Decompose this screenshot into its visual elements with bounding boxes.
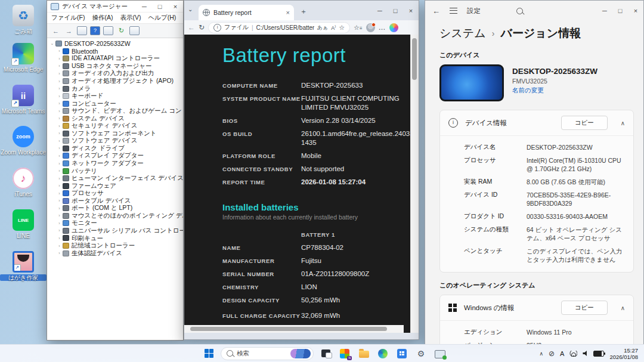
tree-chevron-icon[interactable]: ›: [57, 131, 62, 135]
collapse-chevron-icon[interactable]: ∧: [621, 305, 625, 311]
tree-item-label[interactable]: IDE ATA/ATAPI コントローラー: [72, 55, 160, 63]
tree-chevron-icon[interactable]: ›: [57, 86, 62, 91]
menu-help[interactable]: ヘルプ(H): [148, 14, 176, 22]
desktop-icon-itunes[interactable]: ♪ iTunes: [0, 168, 47, 197]
back-icon[interactable]: ←: [51, 26, 61, 36]
close-button[interactable]: ×: [403, 1, 419, 20]
menu-view[interactable]: 表示(V): [120, 14, 141, 22]
device-manager-button[interactable]: [432, 346, 448, 361]
edge-button[interactable]: [375, 346, 391, 361]
device-manager-titlebar[interactable]: デバイス マネージャー ─ □ ×: [47, 1, 183, 13]
desktop-icon-edge[interactable]: ↗ Microsoft Edge: [0, 43, 47, 73]
tree-item-label[interactable]: ポート (COM と LPT): [72, 205, 132, 212]
address-bar[interactable]: i ファイル | C:/Users/USER/battery-... あぁ A)…: [208, 22, 350, 33]
tree-item-label[interactable]: プロセッサ: [72, 190, 104, 197]
tree-chevron-icon[interactable]: ›: [57, 72, 62, 76]
tree-item-label[interactable]: マウスとそのほかのポインティング デバイス: [72, 212, 183, 220]
device-info-card-header[interactable]: i デバイス情報 コピー ∧: [440, 110, 633, 136]
desktop-icon-hagaki[interactable]: ↗ はがき作家: [0, 251, 47, 281]
scan-hardware-icon[interactable]: ↻: [116, 26, 126, 36]
nav-back-icon[interactable]: ←: [188, 23, 195, 32]
tree-chevron-icon[interactable]: ›: [57, 221, 62, 225]
tree-item-label[interactable]: ソフトウェア コンポーネント: [72, 130, 156, 138]
tree-item-label[interactable]: 生体認証デバイス: [72, 249, 122, 257]
desktop-icon-teams[interactable]: ii↗ Microsoft Teams: [0, 85, 47, 115]
maximize-button[interactable]: □: [612, 1, 628, 21]
properties-icon[interactable]: [103, 26, 113, 35]
tree-item-label[interactable]: 記憶域コントローラー: [72, 242, 135, 250]
tree-chevron-icon[interactable]: ›: [57, 116, 62, 120]
search-highlight-image[interactable]: [290, 349, 311, 358]
tree-item-label[interactable]: キーボード: [72, 92, 103, 100]
maximize-button[interactable]: □: [388, 1, 403, 20]
tree-item-label[interactable]: システム デバイス: [72, 115, 125, 122]
wifi-icon[interactable]: [569, 351, 577, 357]
console-window-icon[interactable]: [77, 26, 87, 35]
rename-device-link[interactable]: 名前の変更: [512, 86, 597, 95]
battery-tray-icon[interactable]: [593, 351, 604, 357]
minimize-button[interactable]: ─: [597, 1, 612, 21]
tree-item-label[interactable]: バッテリ: [72, 167, 97, 175]
tree-chevron-icon[interactable]: ›: [57, 139, 62, 143]
forward-icon[interactable]: →: [64, 26, 74, 36]
settings-search-icon[interactable]: [516, 8, 523, 14]
clock[interactable]: 15:27 2026/01/08: [609, 347, 638, 360]
tree-chevron-icon[interactable]: ›: [57, 57, 62, 61]
tree-item-label[interactable]: ディスプレイ アダプター: [72, 152, 144, 160]
collapse-chevron-icon[interactable]: ∧: [621, 120, 625, 126]
tree-item-label[interactable]: セキュリティ デバイス: [72, 122, 137, 130]
tree-item-label[interactable]: Bluetooth: [72, 48, 98, 55]
horizontal-scrollbar[interactable]: [184, 325, 404, 333]
tree-chevron-icon[interactable]: ›: [57, 206, 62, 211]
start-button[interactable]: [201, 346, 216, 361]
close-button[interactable]: ×: [628, 1, 643, 21]
tree-item-label[interactable]: オーディオの入力および出力: [72, 70, 154, 78]
copy-button[interactable]: コピー: [561, 301, 608, 315]
tree-chevron-icon[interactable]: ›: [57, 199, 62, 203]
speaker-icon[interactable]: [583, 351, 588, 356]
desktop-icon-line[interactable]: LINE LINE: [0, 209, 47, 239]
translate-icon[interactable]: あぁ: [317, 24, 328, 32]
horizontal-scrollbar-thumb[interactable]: [190, 327, 387, 331]
tree-item-label[interactable]: ポータブル デバイス: [72, 197, 131, 205]
read-aloud-icon[interactable]: A): [331, 24, 336, 31]
tab-close-icon[interactable]: ×: [286, 9, 290, 16]
tree-item-label[interactable]: サウンド、ビデオ、およびゲーム コントローラー: [72, 107, 183, 115]
tree-chevron-icon[interactable]: ›: [57, 79, 62, 83]
eye-off-icon[interactable]: ⊘: [549, 349, 555, 358]
store-button[interactable]: [394, 346, 410, 361]
tree-item-label[interactable]: ヒューマン インターフェイス デバイス: [72, 175, 183, 182]
settings-button[interactable]: ⚙: [413, 346, 429, 361]
menu-action[interactable]: 操作(A): [92, 14, 113, 22]
tree-item-label[interactable]: 印刷キュー: [72, 234, 103, 242]
tree-chevron-icon[interactable]: ›: [57, 169, 62, 173]
desktop-icon-recycle-bin[interactable]: ♻ ごみ箱: [0, 5, 47, 35]
tree-chevron-icon[interactable]: ›: [57, 214, 62, 218]
colorful-app-button[interactable]: N: [337, 346, 352, 361]
breadcrumb-section[interactable]: システム: [439, 26, 486, 41]
minimize-button[interactable]: ─: [372, 1, 388, 20]
desktop-icon-zoom[interactable]: zoom Zoom Workplace: [0, 126, 47, 156]
more-menu-icon[interactable]: …: [379, 23, 386, 32]
favorite-star-icon[interactable]: ☆: [339, 24, 345, 32]
menu-file[interactable]: ファイル(F): [51, 14, 85, 22]
tree-item-label[interactable]: ディスク ドライブ: [72, 145, 125, 153]
page-info-icon[interactable]: i: [213, 24, 221, 32]
tree-root-label[interactable]: DESKTOP-2025633ZW: [64, 40, 131, 47]
tree-chevron-icon[interactable]: ›: [57, 184, 62, 188]
hamburger-menu-icon[interactable]: [450, 8, 457, 14]
tree-chevron-icon[interactable]: ›: [57, 251, 62, 255]
close-button[interactable]: ×: [168, 1, 183, 12]
copy-button[interactable]: コピー: [561, 116, 608, 130]
ime-mode-indicator[interactable]: A: [560, 350, 564, 357]
maximize-button[interactable]: □: [152, 1, 168, 12]
nav-refresh-icon[interactable]: ↻: [199, 23, 205, 32]
help-icon[interactable]: ?: [90, 26, 100, 35]
computer-icon[interactable]: [129, 26, 140, 35]
windows-info-card-header[interactable]: Windows の情報 コピー ∧: [440, 295, 633, 321]
tree-item-label[interactable]: オーディオ処理オブジェクト (APO): [72, 78, 174, 85]
tree-chevron-icon[interactable]: ›: [57, 236, 62, 240]
tree-chevron-icon[interactable]: ›: [57, 244, 62, 248]
vertical-scrollbar[interactable]: [410, 35, 419, 333]
tree-expanded-chevron-icon[interactable]: ⌄: [49, 41, 55, 46]
